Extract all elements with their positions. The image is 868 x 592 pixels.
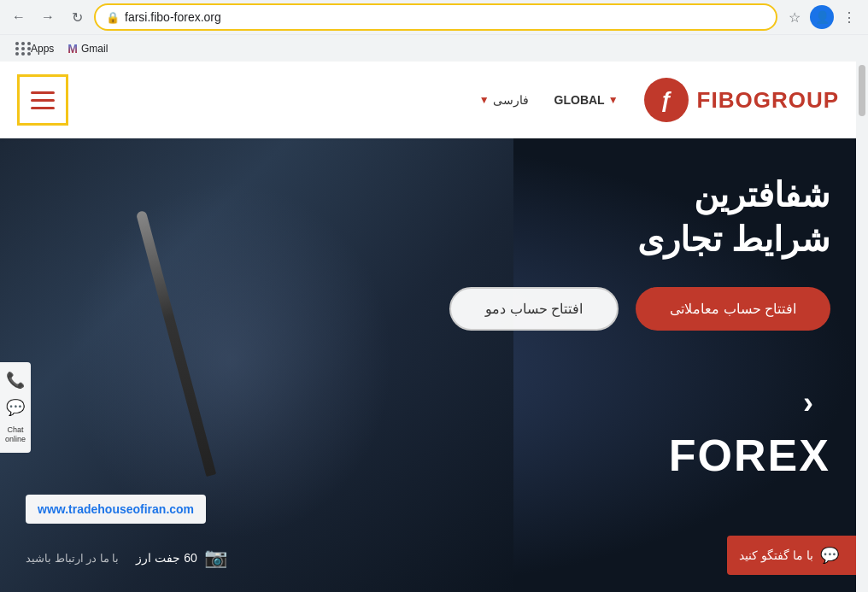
url-text: farsi.fibo-forex.org [125, 10, 765, 24]
hero-title-line2: شرایط تجاری [449, 217, 830, 261]
gmail-icon: M [67, 42, 78, 56]
back-button[interactable]: ← [7, 5, 31, 29]
lang-label: فارسی [493, 93, 529, 107]
menu-button[interactable]: ⋮ [837, 5, 861, 29]
logo-circle: ƒ [644, 78, 689, 122]
hero-buttons: افتتاح حساب دمو افتتاح حساب معاملاتی [449, 287, 830, 331]
logo-fibo: FIBO [697, 87, 754, 113]
profile-button[interactable]: 👤 [810, 5, 834, 29]
hero-title-line1: شفافترین [449, 173, 830, 217]
logo-text: FIBOGROUP [697, 87, 839, 114]
logo-group: GROUP [754, 87, 839, 113]
chat-icon[interactable]: 💬 [6, 398, 25, 417]
apps-grid-icon [15, 42, 27, 56]
hero-content: شفافترین شرایط تجاری افتتاح حساب دمو افت… [449, 173, 830, 331]
gmail-label: Gmail [81, 43, 108, 55]
watermark: www.tradehouseofiran.com [26, 495, 206, 524]
open-demo-account-button[interactable]: افتتاح حساب دمو [449, 287, 619, 331]
hero-section: 📞 💬 Chat online شفافترین شرایط تجاری افت… [0, 138, 856, 592]
reload-button[interactable]: ↻ [65, 5, 89, 29]
apps-button[interactable]: Apps [10, 40, 59, 57]
bookmarks-bar: Apps M Gmail [0, 34, 868, 62]
phone-icon[interactable]: 📞 [6, 371, 25, 390]
chat-bubble-icon: 💬 [820, 546, 839, 565]
left-sidebar: 📞 💬 Chat online [0, 362, 31, 453]
currency-pairs-text: 60 جفت ارز [136, 551, 196, 565]
camera-icon: 📷 [204, 547, 227, 569]
bookmark-button[interactable]: ☆ [783, 5, 806, 29]
forex-label: FOREX [669, 430, 830, 481]
chat-online-label: Chat online [0, 425, 31, 444]
website-content: فارسی ▼ GLOBAL ▼ ƒ FIBOGROUP 📞 [0, 62, 856, 592]
lock-icon: 🔒 [106, 11, 120, 24]
apps-label: Apps [31, 43, 54, 55]
header-right: فارسی ▼ GLOBAL ▼ ƒ FIBOGROUP [479, 78, 839, 122]
global-label: GLOBAL [554, 93, 605, 107]
scrollbar-thumb[interactable] [859, 65, 865, 116]
chat-button-label: با ما گفتگو کنید [739, 548, 813, 562]
logo-f-icon: ƒ [660, 87, 672, 114]
hero-image-detail [68, 181, 393, 540]
forward-button[interactable]: → [36, 5, 60, 29]
currency-pairs-item: 📷 60 جفت ارز [136, 547, 226, 569]
chat-button-bottom[interactable]: 💬 با ما گفتگو کنید [727, 536, 856, 575]
hero-next-arrow[interactable]: › [803, 385, 813, 421]
bottom-item-2-text: با ما در ارتباط باشید [26, 552, 119, 565]
hamburger-icon [31, 91, 55, 109]
global-arrow-icon: ▼ [608, 94, 619, 106]
bottom-item-2: با ما در ارتباط باشید [26, 552, 119, 565]
lang-arrow-icon: ▼ [479, 94, 490, 106]
language-selector[interactable]: فارسی ▼ [479, 93, 529, 107]
site-header: فارسی ▼ GLOBAL ▼ ƒ FIBOGROUP [0, 62, 856, 138]
scrollbar[interactable] [856, 62, 868, 592]
browser-chrome: ← → ↻ 🔒 farsi.fibo-forex.org ☆ 👤 ⋮ Apps [0, 0, 868, 62]
hamburger-button[interactable] [17, 74, 68, 126]
watermark-link[interactable]: www.tradehouseofiran.com [38, 502, 194, 516]
address-bar[interactable]: 🔒 farsi.fibo-forex.org [94, 3, 777, 31]
gmail-button[interactable]: M Gmail [62, 40, 113, 57]
global-selector[interactable]: GLOBAL ▼ [554, 93, 619, 107]
logo: ƒ FIBOGROUP [644, 78, 839, 122]
open-trading-account-button[interactable]: افتتاح حساب معاملاتی [636, 287, 830, 331]
